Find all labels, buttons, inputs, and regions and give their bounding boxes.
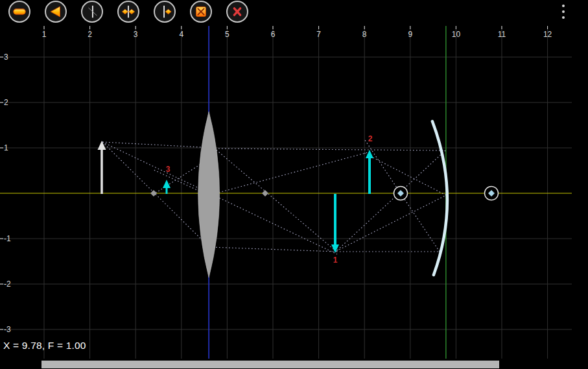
image-label: 1	[333, 256, 338, 265]
x-axis-tick-label: 9	[408, 30, 412, 39]
tool-plane-surface-button[interactable]	[81, 1, 103, 23]
plane-surface-icon	[84, 3, 100, 20]
tool-delete-button[interactable]	[226, 1, 248, 23]
x-axis-tick-label: 11	[498, 30, 506, 39]
object-arrow-head[interactable]	[98, 141, 106, 150]
status-readout: X = 9.78, F = 1.00	[3, 340, 86, 351]
light-ray	[336, 150, 445, 251]
x-axis-tick-label: 8	[362, 30, 367, 39]
overflow-menu-button[interactable]	[560, 3, 567, 21]
x-axis-tick-label: 7	[316, 30, 321, 39]
horizontal-lens-icon	[11, 3, 28, 20]
y-axis-tick-label: -1	[4, 234, 11, 243]
image-label: 3	[166, 165, 171, 174]
tool-thin-lens-button[interactable]	[117, 1, 139, 23]
kebab-menu-icon	[562, 10, 565, 13]
image-arrow-head	[331, 244, 339, 253]
block-icon	[193, 3, 209, 20]
thin-lens-icon	[120, 3, 137, 20]
kebab-menu-icon	[562, 5, 565, 7]
half-lens-icon	[156, 3, 173, 20]
x-axis-tick-label: 1	[42, 30, 47, 39]
x-axis-tick-label: 2	[88, 30, 92, 39]
lens-focal-point	[150, 190, 157, 196]
x-axis-tick-label: 3	[134, 30, 138, 39]
light-ray	[214, 148, 336, 252]
tool-half-lens-button[interactable]	[154, 1, 176, 23]
y-axis-tick-label: 3	[4, 53, 8, 62]
tool-prism-button[interactable]	[45, 1, 67, 23]
delete-icon	[229, 3, 246, 20]
y-axis-tick-label: 1	[4, 143, 8, 152]
x-axis-tick-label: 6	[271, 30, 276, 39]
horizontal-scrollbar[interactable]	[41, 361, 499, 368]
x-axis-tick-label: 5	[225, 30, 229, 39]
light-ray	[215, 149, 445, 150]
y-axis-tick-label: -2	[4, 280, 11, 289]
x-axis-tick-label: 10	[452, 30, 461, 39]
kebab-menu-icon	[562, 16, 565, 19]
prism-icon	[47, 3, 64, 20]
light-ray	[336, 195, 446, 251]
light-ray	[102, 142, 209, 247]
optics-canvas[interactable]: 123123456789101112321-1-2-3	[0, 0, 588, 369]
tool-block-button[interactable]	[190, 1, 212, 23]
y-axis-tick-label: -3	[4, 325, 11, 334]
light-ray	[209, 152, 370, 195]
app-window: 123123456789101112321-1-2-3	[0, 0, 588, 369]
x-axis-tick-label: 12	[543, 30, 552, 39]
lens-focal-point	[262, 190, 268, 196]
image-label: 2	[368, 134, 373, 143]
light-ray	[102, 142, 214, 148]
light-ray	[102, 142, 337, 254]
y-axis-tick-label: 2	[4, 98, 8, 107]
toolbar	[8, 1, 248, 23]
x-axis-tick-label: 4	[179, 30, 183, 39]
tool-horizontal-lens-button[interactable]	[8, 1, 30, 23]
lens[interactable]	[198, 112, 220, 278]
